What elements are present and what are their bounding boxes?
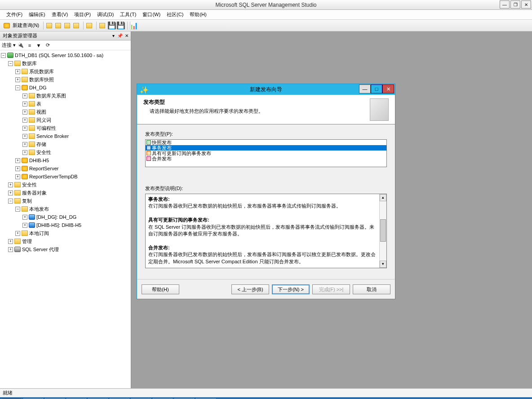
expand-icon[interactable]: + (22, 215, 27, 220)
new-query-button[interactable]: 新建查询(N) (2, 21, 41, 30)
menu-help[interactable]: 帮助(H) (187, 10, 209, 19)
toolbar-open-icon[interactable] (99, 22, 107, 30)
dialog-close-button[interactable]: ✕ (382, 84, 394, 93)
tree-dbsnap-node[interactable]: +数据库快照 (1, 75, 130, 84)
expand-icon[interactable]: + (15, 158, 20, 163)
expand-icon[interactable]: + (22, 93, 27, 98)
collapse-icon[interactable]: − (15, 207, 20, 212)
tree-tables-node[interactable]: +表 (1, 100, 130, 108)
expand-icon[interactable]: + (15, 231, 20, 236)
tree-pub2-node[interactable]: +[DHIB-H5]: DHIB-H5 (1, 221, 130, 229)
tree-pub1-node[interactable]: +[DH_DG]: DH_DG (1, 213, 130, 221)
tree-security-node[interactable]: +安全性 (1, 181, 130, 189)
list-item-updatable[interactable]: 具有可更新订阅的事务发布 (146, 151, 386, 156)
dialog-minimize-button[interactable]: — (359, 84, 371, 93)
list-item-snapshot[interactable]: 快照发布 (146, 140, 386, 145)
menu-window[interactable]: 窗口(W) (140, 10, 163, 19)
collapse-icon[interactable]: − (1, 53, 6, 58)
description-textbox[interactable]: 事务发布: 在订阅服务器收到已发布数据的初始快照后，发布服务器将事务流式传输到订… (145, 194, 387, 268)
expand-icon[interactable]: + (22, 118, 27, 123)
menu-edit[interactable]: 编辑(E) (26, 10, 48, 19)
tree-management-node[interactable]: +管理 (1, 237, 130, 245)
toolbar-icon-2[interactable] (55, 22, 63, 30)
tree-synonyms-node[interactable]: +同义词 (1, 116, 130, 124)
expand-icon[interactable]: + (8, 182, 13, 187)
expand-icon[interactable]: + (22, 150, 27, 155)
scroll-track[interactable] (380, 201, 386, 261)
connect-refresh-icon[interactable]: ⟳ (44, 41, 52, 49)
toolbar-icon-1[interactable] (46, 22, 54, 30)
expand-icon[interactable]: + (15, 174, 20, 179)
expand-icon[interactable]: + (22, 102, 27, 106)
tree-localpub-node[interactable]: −本地发布 (1, 205, 130, 213)
expand-icon[interactable]: + (22, 126, 27, 131)
menu-project[interactable]: 项目(P) (71, 10, 93, 19)
menu-debug[interactable]: 调试(D) (94, 10, 116, 19)
tree-localsub-node[interactable]: +本地订阅 (1, 229, 130, 237)
dialog-maximize-button[interactable]: □ (371, 84, 382, 93)
cancel-button[interactable]: 取消 (353, 284, 390, 294)
connect-button[interactable]: 连接 ▾ (2, 42, 16, 49)
toolbar-saveall-icon[interactable]: 💾 (117, 22, 125, 30)
help-button[interactable]: 帮助(H) (142, 284, 179, 294)
object-tree[interactable]: −DTH_DB1 (SQL Server 10.50.1600 - sa) −数… (0, 50, 131, 388)
maximize-button[interactable]: ❐ (510, 0, 520, 9)
tree-sysdb-node[interactable]: +系统数据库 (1, 67, 130, 75)
panel-close-icon[interactable]: ✕ (124, 33, 130, 38)
expand-icon[interactable]: + (8, 239, 13, 244)
toolbar-save-icon[interactable]: 💾 (108, 22, 116, 30)
scroll-up-icon[interactable]: ▴ (380, 194, 386, 201)
tree-storage-node[interactable]: +存储 (1, 140, 130, 148)
scroll-down-icon[interactable]: ▾ (380, 261, 386, 268)
tree-server-node[interactable]: −DTH_DB1 (SQL Server 10.50.1600 - sa) (1, 51, 130, 59)
collapse-icon[interactable]: − (8, 199, 13, 204)
menu-tools[interactable]: 工具(T) (117, 10, 139, 19)
tree-programmability-node[interactable]: +可编程性 (1, 124, 130, 132)
panel-pin-icon[interactable]: 📌 (117, 33, 123, 38)
tree-diagrams-node[interactable]: +数据库关系图 (1, 92, 130, 100)
tree-agent-node[interactable]: +SQL Server 代理 (1, 245, 130, 253)
menu-community[interactable]: 社区(C) (164, 10, 186, 19)
tree-report-node[interactable]: +ReportServer (1, 164, 130, 173)
expand-icon[interactable]: + (22, 110, 27, 115)
close-button[interactable]: ✕ (521, 0, 531, 9)
publication-type-listbox[interactable]: 快照发布 事务发布 具有可更新订阅的事务发布 合并发布 (145, 139, 387, 167)
menu-view[interactable]: 查看(V) (49, 10, 71, 19)
minimize-button[interactable]: — (500, 0, 510, 9)
next-button[interactable]: 下一步(N) > (272, 284, 310, 294)
list-item-merge[interactable]: 合并发布 (146, 156, 386, 161)
tree-databases-node[interactable]: −数据库 (1, 59, 130, 67)
scrollbar[interactable]: ▴ ▾ (379, 194, 386, 268)
tree-servicebroker-node[interactable]: +Service Broker (1, 132, 130, 140)
panel-dropdown-icon[interactable]: ▾ (110, 33, 116, 38)
connect-icon-1[interactable]: 🔌 (17, 41, 25, 49)
toolbar-activity-icon[interactable]: 📊 (130, 22, 138, 30)
tree-security-db-node[interactable]: +安全性 (1, 148, 130, 156)
tree-replication-node[interactable]: −复制 (1, 197, 130, 205)
expand-icon[interactable]: + (22, 223, 27, 228)
menu-file[interactable]: 文件(F) (4, 10, 25, 19)
list-item-transactional[interactable]: 事务发布 (146, 145, 386, 151)
tree-serverobj-node[interactable]: +服务器对象 (1, 189, 130, 197)
tree-reporttemp-node[interactable]: +ReportServerTempDB (1, 173, 130, 181)
tree-dhib-node[interactable]: +DHIB-H5 (1, 156, 130, 164)
toolbar-icon-4[interactable] (73, 22, 81, 30)
collapse-icon[interactable]: − (15, 85, 20, 90)
expand-icon[interactable]: + (15, 166, 20, 171)
connect-filter-icon[interactable]: ▼ (35, 41, 43, 49)
connect-icon-2[interactable]: ≡ (26, 41, 34, 49)
back-button[interactable]: < 上一步(B) (231, 284, 269, 294)
tree-views-node[interactable]: +视图 (1, 108, 130, 116)
toolbar-icon-3[interactable] (64, 22, 72, 30)
toolbar-icon-5[interactable] (86, 22, 94, 30)
collapse-icon[interactable]: − (8, 61, 13, 66)
scroll-thumb[interactable] (380, 219, 386, 242)
expand-icon[interactable]: + (15, 69, 20, 74)
expand-icon[interactable]: + (22, 134, 27, 139)
expand-icon[interactable]: + (15, 77, 20, 82)
tree-dhdg-node[interactable]: −DH_DG (1, 84, 130, 92)
dialog-titlebar[interactable]: ✨ 新建发布向导 — □ ✕ (137, 84, 395, 95)
expand-icon[interactable]: + (8, 247, 13, 252)
expand-icon[interactable]: + (8, 191, 13, 195)
expand-icon[interactable]: + (22, 142, 27, 147)
